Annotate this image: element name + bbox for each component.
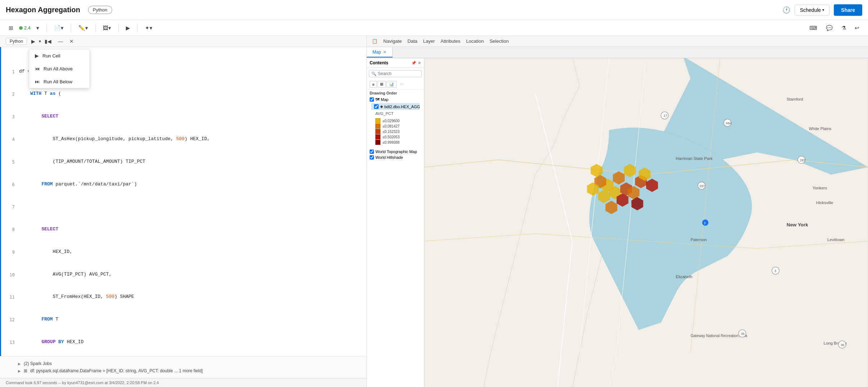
map-tab-close-icon[interactable]: ✕ [383,50,387,55]
right-panel: 📋 Navigate Data Layer Attributes Locatio… [367,36,868,387]
df-result-row[interactable]: ▶ ⊞ df: pyspark.sql.dataframe.DataFrame … [18,367,361,374]
svg-text:Paterson: Paterson [690,238,707,242]
notebook-title: Hexagon Aggregation [6,6,80,14]
cluster-icon[interactable]: ⊞ [6,23,16,33]
svg-text:35: 35 [741,332,744,336]
svg-text:Harriman State Park: Harriman State Park [676,156,713,161]
close-panel-btn[interactable]: ✕ [418,61,421,65]
run-cell-icon: ▶ [35,53,39,59]
expand-icon: ▶ [18,362,21,366]
run-all-above-icon: ⏮ [35,66,40,72]
map-layer-item[interactable]: 🗺 Map [370,97,421,102]
history-btn[interactable]: ↩ [852,23,862,33]
hex-agg-label: bdt2.dbo.HEX_AGG [384,105,420,109]
run-all-btn[interactable]: ▶ [123,23,133,33]
hex-agg-checkbox[interactable] [374,104,379,109]
grid-view-btn[interactable]: ⊞ [378,81,386,88]
status-text: Command took 6.97 seconds -- by kyun4731… [6,381,159,385]
world-topo-label: World Topographic Map [375,149,417,154]
location-btn[interactable]: Location [464,38,486,45]
schedule-button[interactable]: Schedule ▾ [795,5,830,15]
world-topo-checkbox[interactable] [370,149,374,154]
hex-agg-layer-item[interactable]: ◈ bdt2.dbo.HEX_AGG [371,103,420,110]
cell-code-block[interactable]: 1df = (spark.sql(''' 2 WITH T as ( 3 SEL… [1,50,366,356]
legend-item-1: ≤0.081427 [375,124,415,129]
map-view[interactable]: Harriman State Park Stamford White Plain… [424,58,868,387]
divider-2 [71,24,71,32]
svg-text:287: 287 [699,184,705,188]
search-input[interactable] [378,71,419,76]
list-view-btn[interactable]: ≡ [370,81,377,88]
clock-icon[interactable]: 🕐 [782,6,790,14]
chat-btn[interactable]: 💬 [823,23,836,33]
svg-text:Elizabeth: Elizabeth [676,275,692,279]
svg-text:17: 17 [663,114,667,118]
run-button-group: ▶ ▾ ▮◀ [29,37,54,45]
svg-text:Hicksville: Hicksville [816,201,833,205]
copy-path-btn[interactable]: 📋 [370,38,380,45]
status-bar: Command took 6.97 seconds -- by kyun4731… [0,378,366,387]
gis-top-toolbar: 📋 Navigate Data Layer Attributes Locatio… [367,36,868,47]
pin-btn[interactable]: 📌 [411,61,416,65]
drawing-order-section: Drawing Order 🗺 Map ◈ bdt2.dbo.HEX_AGG [367,89,424,162]
search-icon: 🔍 [371,72,376,76]
right-split: Contents 📌 ✕ 🔍 ≡ ⊞ 📊 ⋯ [367,58,868,387]
selection-btn[interactable]: Selection [487,38,511,45]
run-play-btn[interactable]: ▶ [29,37,37,45]
navigate-btn[interactable]: Navigate [381,38,404,45]
run-dropdown-btn[interactable]: ▾ [37,38,42,45]
close-cell-btn[interactable]: ✕ [67,37,76,45]
df-result-label: df: pyspark.sql.dataframe.DataFrame = [H… [30,368,203,373]
keyboard-btn[interactable]: ⌨ [807,23,820,33]
minimize-btn[interactable]: — [56,37,65,45]
run-dropdown-menu: ▶ Run Cell ⏮ Run All Above ⏭ Run All Bel… [29,49,90,88]
legend-label-0: ≤0.029600 [383,119,399,123]
cell-container: 1df = (spark.sql(''' 2 WITH T as ( 3 SEL… [0,47,366,356]
data-btn[interactable]: Data [405,38,419,45]
legend: ≤0.029600 ≤0.081427 ≤0.152323 ≤0.50 [370,116,421,147]
magic-btn[interactable]: ✦▾ [142,23,155,33]
svg-text:36: 36 [841,343,844,347]
drawing-order-title: Drawing Order [370,91,421,95]
run-all-below-item[interactable]: ⏭ Run All Below [29,75,90,88]
world-hillshade-checkbox[interactable] [370,155,374,160]
share-button[interactable]: Share [834,4,862,16]
cluster-dropdown-btn[interactable]: ▾ [33,23,42,33]
output-area: ▶ (2) Spark Jobs ▶ ⊞ df: pyspark.sql.dat… [0,356,366,378]
map-layer-checkbox[interactable] [370,97,374,102]
spark-jobs-row[interactable]: ▶ (2) Spark Jobs [18,360,361,367]
experiment-btn[interactable]: ⚗ [839,23,849,33]
legend-label-2: ≤0.152323 [383,130,399,134]
divider-1 [46,24,47,32]
edit-btn[interactable]: ✏️▾ [76,23,91,33]
notebook-settings-btn[interactable]: 📄▾ [51,23,67,33]
run-step-btn[interactable]: ▮◀ [42,37,54,45]
map-layer-label: Map [381,97,388,102]
legend-color-4 [375,140,380,145]
divider-5 [137,24,138,32]
search-box: 🔍 [369,70,422,77]
svg-text:684: 684 [726,121,731,125]
panel-tabs: Map ✕ [367,47,868,58]
legend-item-4: ≤0.999388 [375,140,415,145]
spark-jobs-label: (2) Spark Jobs [24,361,52,366]
svg-text:287: 287 [800,158,805,162]
world-topo-item[interactable]: World Topographic Map [370,149,421,155]
world-hillshade-item[interactable]: World Hillshade [370,155,421,160]
legend-color-1 [375,124,380,129]
more-options-btn[interactable]: ⋯ [397,81,406,88]
layer-btn[interactable]: Layer [421,38,437,45]
image-btn[interactable]: 🖼▾ [100,23,114,33]
schedule-chevron-icon: ▾ [822,8,824,12]
map-tab-label: Map [373,50,381,55]
attributes-btn[interactable]: Attributes [438,38,462,45]
run-cell-item[interactable]: ▶ Run Cell [29,49,90,62]
chart-view-btn[interactable]: 📊 [387,81,397,88]
run-all-above-item[interactable]: ⏮ Run All Above [29,62,90,75]
legend-color-2 [375,129,380,134]
cell-language-badge: Python [6,38,27,45]
avg-pct-label: AVG_PCT [370,111,421,116]
legend-label-1: ≤0.081427 [383,124,399,128]
map-tab[interactable]: Map ✕ [367,47,393,57]
map-layer-icon: 🗺 [375,97,379,102]
